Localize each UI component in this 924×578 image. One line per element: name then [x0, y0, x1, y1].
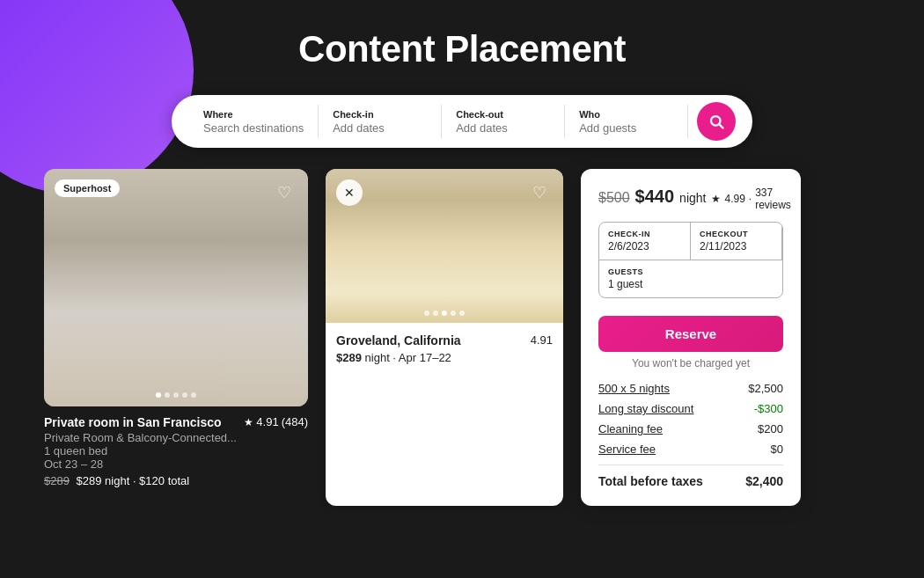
fee-amount-4: $0 [771, 443, 783, 456]
fee-label-4[interactable]: Service fee [598, 443, 656, 456]
dot-4 [182, 392, 187, 398]
fee-row-3: Cleaning fee $200 [598, 422, 783, 435]
who-field[interactable]: Who Add guests [565, 105, 688, 137]
where-label: Where [203, 108, 304, 121]
checkin-label: Check-in [333, 108, 427, 121]
checkin-value: Add dates [333, 121, 427, 135]
fee-label-3[interactable]: Cleaning fee [598, 422, 663, 435]
per-night: night [679, 191, 706, 205]
checkout-cell-label: CHECKOUT [700, 230, 773, 238]
card-info-1: Private room in San Francisco ★ 4.91 (48… [44, 406, 308, 487]
card-rating-1: ★ 4.91 (484) [244, 415, 308, 428]
card-title-row-2: Groveland, California ★ 4.91 [336, 333, 553, 348]
image-dots-2 [424, 311, 465, 316]
search-button[interactable] [697, 102, 736, 141]
checkout-value: Add dates [456, 121, 550, 135]
fee-row-2: Long stay discount -$300 [598, 402, 783, 415]
dot2-4 [451, 311, 456, 316]
fee-row-1: 500 x 5 nights $2,500 [598, 382, 783, 395]
checkout-cell-value: 2/11/2023 [700, 240, 773, 252]
dot2-1 [424, 311, 429, 316]
price-header: $500 $440 night ★ 4.99 · 337 reviews [598, 187, 783, 211]
svg-line-1 [720, 124, 723, 128]
booking-rating: ★ 4.99 · 337 reviews [711, 187, 790, 211]
total-label: Total before taxes [598, 474, 703, 488]
card-dates-1: Oct 23 – 28 [44, 457, 308, 471]
card-title-1: Private room in San Francisco [44, 415, 222, 429]
where-field[interactable]: Where Search destinations [189, 105, 319, 137]
image-dots-1 [156, 392, 196, 398]
card-image-2: ✕ ♡ [326, 169, 563, 323]
where-value: Search destinations [203, 121, 304, 135]
fee-label-2[interactable]: Long stay discount [598, 402, 693, 415]
card-desc-1: Private Room & Balcony-Connected... [44, 431, 308, 444]
page-title: Content Placement [0, 0, 924, 70]
dot2-2 [433, 311, 438, 316]
price-strike-1: $289 [44, 474, 70, 487]
total-row: Total before taxes $2,400 [598, 474, 783, 488]
card-price-1: $289 $289 night · $120 total [44, 474, 308, 487]
guests-cell[interactable]: GUESTS 1 guest [599, 260, 782, 297]
card-bed-1: 1 queen bed [44, 444, 308, 457]
reserve-button[interactable]: Reserve [598, 316, 783, 352]
card-title-row-1: Private room in San Francisco ★ 4.91 (48… [44, 415, 308, 429]
superhost-badge: Superhost [55, 179, 120, 197]
who-label: Who [579, 108, 673, 121]
new-price: $440 [635, 187, 675, 207]
star-icon-1: ★ [244, 416, 253, 428]
search-bar: Where Search destinations Check-in Add d… [172, 95, 752, 148]
dot-1 [156, 392, 161, 398]
save-button-1[interactable]: ♡ [271, 179, 297, 206]
booking-reviews: 337 reviews [755, 187, 791, 211]
star-icon-2: ★ [518, 334, 528, 347]
dot-3 [173, 392, 179, 398]
price-suffix-1: night · $120 total [105, 474, 189, 487]
fee-amount-2: -$300 [754, 402, 783, 415]
save-button-2[interactable]: ♡ [526, 179, 553, 206]
old-price: $500 [598, 190, 630, 206]
checkout-field[interactable]: Check-out Add dates [442, 105, 565, 137]
booking-star-icon: ★ [711, 193, 721, 205]
card-reviews-1: (484) [282, 415, 308, 428]
card-location-2: Groveland, California [336, 333, 461, 348]
cards-area: Superhost ♡ Private room in San Francisc… [0, 148, 924, 506]
fee-label-1[interactable]: 500 x 5 nights [598, 382, 670, 395]
card-price-2: $289 night · Apr 17–22 [336, 351, 553, 364]
card-rating-2: ★ 4.91 [518, 333, 553, 347]
close-button-2[interactable]: ✕ [336, 179, 363, 206]
who-value: Add guests [579, 121, 673, 135]
listing-card-2: ✕ ♡ Groveland, California ★ 4.91 $289 ni… [326, 169, 563, 506]
booking-rating-value: 4.99 [724, 193, 744, 205]
checkin-field[interactable]: Check-in Add dates [319, 105, 442, 137]
card-rating-value-2: 4.91 [531, 333, 553, 347]
checkin-cell[interactable]: CHECK-IN 2/6/2023 [599, 223, 691, 260]
checkout-label: Check-out [456, 108, 550, 121]
checkout-cell[interactable]: CHECKOUT 2/11/2023 [691, 223, 782, 260]
card-rating-value-1: 4.91 [256, 415, 278, 428]
fee-row-4: Service fee $0 [598, 443, 783, 456]
dot2-3 [442, 311, 447, 316]
booking-card: $500 $440 night ★ 4.99 · 337 reviews CHE… [581, 169, 801, 506]
listing-card-1: Superhost ♡ Private room in San Francisc… [44, 169, 308, 506]
dot-5 [191, 392, 196, 398]
date-grid: CHECK-IN 2/6/2023 CHECKOUT 2/11/2023 GUE… [598, 222, 783, 298]
price-value-2: $289 [336, 351, 362, 364]
no-charge-text: You won't be charged yet [598, 357, 783, 369]
card-image-1: Superhost ♡ [44, 169, 308, 406]
price-suffix-2: night · Apr 17–22 [365, 351, 451, 364]
checkin-cell-label: CHECK-IN [608, 230, 681, 238]
guests-label: GUESTS [608, 267, 774, 276]
guests-value: 1 guest [608, 278, 774, 290]
card-info-2: Groveland, California ★ 4.91 $289 night … [326, 323, 563, 375]
fee-amount-3: $200 [758, 422, 783, 435]
divider [598, 465, 783, 465]
total-amount: $2,400 [745, 474, 783, 488]
dot2-5 [459, 311, 465, 316]
price-value-1: $289 [77, 474, 102, 487]
dot-2 [165, 392, 170, 398]
checkin-cell-value: 2/6/2023 [608, 240, 681, 252]
fee-amount-1: $2,500 [748, 382, 783, 395]
